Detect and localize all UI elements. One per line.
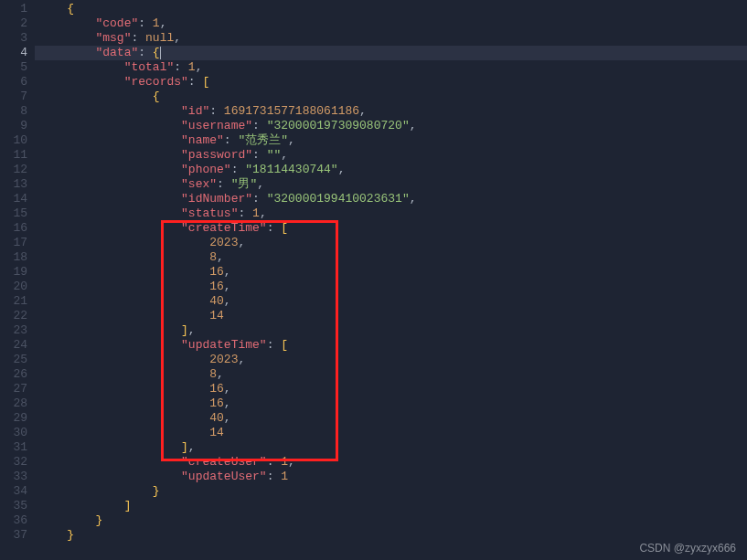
code-line[interactable]: "phone": "18114430744", [35, 163, 747, 177]
line-number: 29 [4, 411, 27, 426]
code-area[interactable]: { "code": 1, "msg": null, "data": { "tot… [35, 0, 747, 560]
line-number: 6 [4, 75, 27, 90]
line-number: 26 [4, 367, 27, 382]
line-number: 30 [4, 426, 27, 440]
line-number: 33 [4, 470, 27, 484]
line-number: 25 [4, 353, 27, 367]
code-line[interactable]: { [35, 2, 747, 16]
line-number: 31 [4, 440, 27, 455]
line-number: 16 [4, 221, 27, 236]
line-number: 21 [4, 294, 27, 309]
line-number: 8 [4, 104, 27, 119]
line-number: 20 [4, 280, 27, 294]
code-line[interactable]: "status": 1, [35, 206, 747, 221]
line-number: 3 [4, 31, 27, 46]
line-number: 12 [4, 163, 27, 177]
line-number: 15 [4, 206, 27, 221]
line-number: 1 [4, 2, 27, 16]
code-line[interactable]: ], [35, 323, 747, 338]
code-line[interactable]: { [35, 90, 747, 104]
line-number: 18 [4, 250, 27, 265]
code-line[interactable]: 16, [35, 265, 747, 280]
code-line[interactable]: 2023, [35, 236, 747, 250]
code-line[interactable]: "code": 1, [35, 16, 747, 31]
line-number: 24 [4, 338, 27, 353]
code-line[interactable]: 16, [35, 396, 747, 411]
code-line[interactable]: "records": [ [35, 75, 747, 90]
watermark: CSDN @zyxzyx666 [639, 542, 736, 555]
code-line[interactable]: } [35, 513, 747, 528]
code-line[interactable]: "data": { [35, 46, 747, 60]
line-number: 19 [4, 265, 27, 280]
code-line[interactable]: 40, [35, 411, 747, 426]
line-number: 28 [4, 396, 27, 411]
line-number: 36 [4, 513, 27, 528]
line-number: 9 [4, 119, 27, 133]
line-number: 5 [4, 60, 27, 75]
line-number: 23 [4, 323, 27, 338]
line-number: 27 [4, 382, 27, 396]
code-line[interactable]: "createUser": 1, [35, 455, 747, 470]
line-number-gutter: 1234567891011121314151617181920212223242… [0, 0, 35, 560]
code-line[interactable]: 40, [35, 294, 747, 309]
line-number: 2 [4, 16, 27, 31]
code-line[interactable]: "username": "320000197309080720", [35, 119, 747, 133]
code-line[interactable]: 16, [35, 382, 747, 396]
line-number: 10 [4, 133, 27, 148]
code-line[interactable]: "password": "", [35, 148, 747, 163]
code-line[interactable]: } [35, 528, 747, 543]
line-number: 32 [4, 455, 27, 470]
text-cursor [160, 47, 161, 59]
code-line[interactable]: "msg": null, [35, 31, 747, 46]
line-number: 14 [4, 192, 27, 206]
code-line[interactable]: ], [35, 440, 747, 455]
line-number: 7 [4, 90, 27, 104]
code-line[interactable]: 2023, [35, 353, 747, 367]
code-line[interactable]: "sex": "男", [35, 177, 747, 192]
line-number: 11 [4, 148, 27, 163]
line-number: 35 [4, 499, 27, 513]
line-number: 4 [4, 46, 27, 60]
code-line[interactable]: "idNumber": "320000199410023631", [35, 192, 747, 206]
code-line[interactable]: 14 [35, 426, 747, 440]
code-line[interactable]: 16, [35, 280, 747, 294]
code-line[interactable]: } [35, 484, 747, 499]
line-number: 13 [4, 177, 27, 192]
code-line[interactable]: 8, [35, 367, 747, 382]
line-number: 17 [4, 236, 27, 250]
code-line[interactable]: 8, [35, 250, 747, 265]
code-line[interactable]: "updateUser": 1 [35, 470, 747, 484]
code-line[interactable]: ] [35, 499, 747, 513]
code-line[interactable]: "createTime": [ [35, 221, 747, 236]
code-line[interactable]: "id": 1691731577188061186, [35, 104, 747, 119]
line-number: 34 [4, 484, 27, 499]
code-line[interactable]: 14 [35, 309, 747, 323]
line-number: 37 [4, 528, 27, 543]
code-line[interactable]: "updateTime": [ [35, 338, 747, 353]
code-editor[interactable]: 1234567891011121314151617181920212223242… [0, 0, 747, 560]
code-line[interactable]: "total": 1, [35, 60, 747, 75]
line-number: 22 [4, 309, 27, 323]
code-line[interactable]: "name": "范秀兰", [35, 133, 747, 148]
